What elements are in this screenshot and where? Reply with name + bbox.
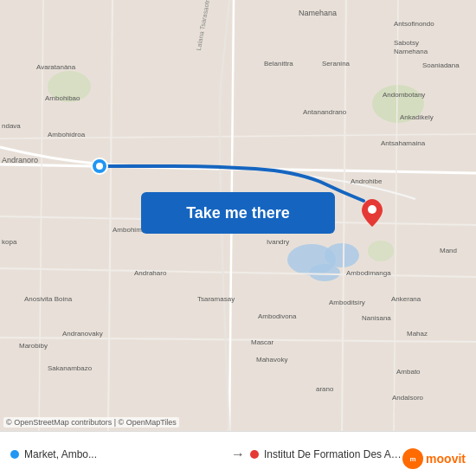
svg-text:Ivandry: Ivandry — [267, 238, 289, 246]
svg-text:Mahavoky: Mahavoky — [256, 356, 287, 363]
svg-text:Belanittra: Belanittra — [264, 60, 293, 68]
svg-text:Tsaramasay: Tsaramasay — [197, 295, 235, 303]
svg-text:Andranoro: Andranoro — [2, 156, 38, 164]
svg-point-3 — [309, 264, 340, 281]
moovit-logo: m moovit — [402, 448, 466, 469]
svg-point-18 — [96, 163, 103, 170]
copyright-notice: © OpenStreetMap contributors | © OpenMap… — [3, 417, 179, 428]
svg-text:Andalsoro: Andalsoro — [392, 394, 424, 402]
to-label: Institut De Formation Des Agent... — [264, 448, 402, 460]
svg-text:Ankadikely: Ankadikely — [400, 113, 434, 121]
origin-dot — [10, 450, 19, 459]
app: Namehana Antsofinondo Sabotsy Namehana S… — [0, 0, 476, 476]
svg-text:ndava: ndava — [2, 122, 21, 130]
svg-text:Nanisana: Nanisana — [362, 314, 391, 322]
svg-text:Marobiby: Marobiby — [19, 342, 48, 350]
svg-point-2 — [325, 243, 359, 267]
svg-text:Andombotany: Andombotany — [383, 91, 425, 99]
destination-dot — [250, 450, 259, 459]
svg-text:Antsofinondo: Antsofinondo — [394, 20, 434, 28]
map-container: Namehana Antsofinondo Sabotsy Namehana S… — [0, 0, 476, 476]
svg-text:Ambohibao: Ambohibao — [45, 94, 80, 102]
bottom-bar: Market, Ambo... → Institut De Formation … — [0, 431, 476, 476]
svg-text:Ambohidroa: Ambohidroa — [48, 131, 86, 138]
svg-point-6 — [368, 241, 394, 261]
svg-text:Mahaz: Mahaz — [407, 330, 428, 338]
svg-text:Avaratanàna: Avaratanàna — [36, 63, 76, 71]
route-from: Market, Ambo... — [10, 448, 226, 460]
svg-text:Antanandrano: Antanandrano — [303, 108, 347, 116]
svg-text:Sakanambazo: Sakanambazo — [48, 364, 93, 372]
svg-text:Ambato: Ambato — [396, 368, 421, 376]
map-svg: Namehana Antsofinondo Sabotsy Namehana S… — [0, 0, 476, 476]
moovit-icon: m — [402, 448, 423, 469]
svg-text:arano: arano — [316, 385, 334, 393]
svg-text:Andranovaky: Andranovaky — [62, 330, 103, 338]
svg-point-20 — [368, 205, 376, 214]
moovit-text: moovit — [426, 452, 466, 466]
from-label: Market, Ambo... — [24, 448, 97, 460]
svg-text:Namehana: Namehana — [394, 48, 428, 55]
svg-text:Ambodivona: Ambodivona — [258, 312, 297, 320]
svg-text:Sabotsy: Sabotsy — [394, 39, 419, 47]
arrow-icon: → — [226, 447, 250, 462]
svg-text:Antsahamaina: Antsahamaina — [381, 139, 426, 147]
svg-text:Seranina: Seranina — [322, 60, 351, 68]
svg-text:Ambodimanga: Ambodimanga — [346, 269, 391, 277]
svg-text:Mascar: Mascar — [251, 338, 274, 346]
svg-text:Andraharo: Andraharo — [134, 269, 167, 277]
svg-text:Anosivita Boina: Anosivita Boina — [24, 295, 73, 303]
svg-text:Soaniadana: Soaniadana — [422, 61, 460, 69]
svg-text:Namehana: Namehana — [299, 9, 337, 17]
take-me-there-button[interactable]: Take me there — [141, 192, 335, 234]
svg-text:Mand: Mand — [440, 247, 457, 254]
svg-text:Amboditsiry: Amboditsiry — [329, 299, 365, 306]
svg-text:kopa: kopa — [2, 238, 17, 246]
svg-text:Ankerana: Ankerana — [391, 295, 421, 303]
svg-text:Androhibe: Androhibe — [351, 177, 383, 185]
